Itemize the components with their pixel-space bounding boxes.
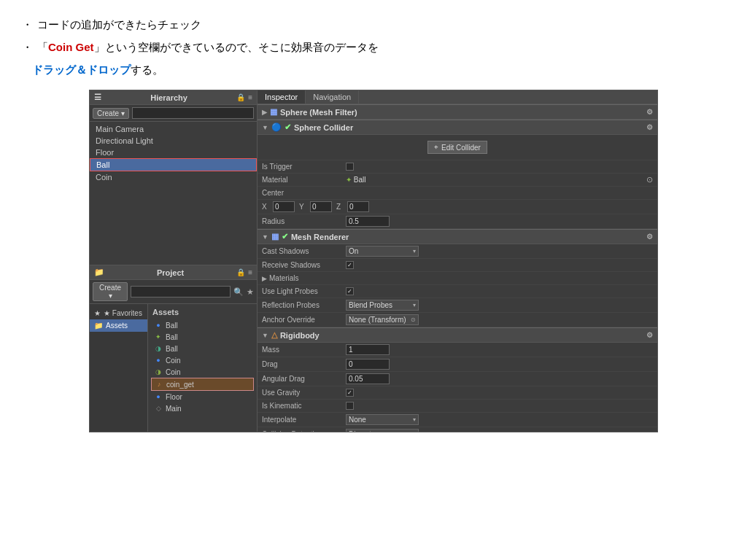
- mass-input[interactable]: [346, 344, 390, 355]
- materials-row: ▶ Materials: [258, 272, 657, 285]
- project-assets-list: Assets ● Ball ✦ Ball ◑ Ball: [148, 304, 257, 432]
- project-content: ★ ★ Favorites 📁 Assets Assets ● Ball: [90, 304, 257, 432]
- asset-floor[interactable]: ● Floor: [151, 391, 254, 402]
- tab-navigation[interactable]: Navigation: [306, 90, 359, 104]
- asset-coin-mesh[interactable]: ● Coin: [151, 354, 254, 366]
- asset-ball-mesh-label: Ball: [166, 322, 178, 330]
- mesh-renderer-icon: ▦: [271, 232, 279, 241]
- interpolate-value: None: [349, 416, 366, 424]
- coin-get-audio-icon: ♪: [155, 380, 163, 389]
- hierarchy-search-input[interactable]: [132, 107, 254, 119]
- tab-inspector[interactable]: Inspector: [258, 90, 306, 104]
- material-circle-icon: ⊙: [646, 175, 653, 184]
- angular-drag-row: Angular Drag: [258, 372, 657, 386]
- is-kinematic-checkbox[interactable]: [346, 402, 354, 410]
- project-favorites-item[interactable]: ★ ★ Favorites: [90, 307, 147, 319]
- cast-shadows-arrow-icon: ▾: [413, 248, 416, 254]
- anchor-override-dropdown[interactable]: None (Transform) ⊙: [346, 314, 419, 325]
- hierarchy-item-main-camera[interactable]: Main Camera: [90, 123, 257, 135]
- sphere-collider-header[interactable]: ▼ 🔵 ✔ Sphere Collider ⚙: [258, 120, 657, 135]
- interpolate-dropdown[interactable]: None ▾: [346, 414, 419, 425]
- is-trigger-checkbox[interactable]: [346, 163, 354, 171]
- rigidbody-icon: △: [271, 330, 277, 340]
- interpolate-row: Interpolate None ▾: [258, 413, 657, 427]
- ball-material-icon: ◑: [154, 344, 163, 353]
- main-icon: ◇: [154, 404, 163, 413]
- angular-drag-input[interactable]: [346, 373, 390, 384]
- hierarchy-item-directional-light[interactable]: Directional Light: [90, 135, 257, 147]
- ball-mesh-icon: ●: [154, 321, 163, 330]
- reflection-probes-dropdown[interactable]: Blend Probes ▾: [346, 300, 419, 311]
- collision-detection-value: Discrete: [349, 430, 376, 432]
- collision-detection-row: Collision Detection Discrete ▾: [258, 427, 657, 432]
- radius-input[interactable]: [346, 216, 390, 227]
- use-light-probes-checkbox[interactable]: [346, 287, 354, 295]
- cast-shadows-dropdown[interactable]: On ▾: [346, 246, 419, 257]
- hierarchy-item-coin[interactable]: Coin: [90, 171, 257, 183]
- hierarchy-header: ☰ Hierarchy 🔒 ≡: [90, 90, 257, 105]
- asset-ball-script[interactable]: ✦ Ball: [151, 331, 254, 343]
- angular-drag-label: Angular Drag: [262, 375, 346, 383]
- collision-detection-arrow-icon: ▾: [413, 431, 416, 432]
- reflection-probes-value: Blend Probes: [349, 301, 392, 309]
- inspector-body: ▶ ▦ Sphere (Mesh Filter) ⚙ ▼ 🔵 ✔ Sphere …: [258, 104, 657, 432]
- receive-shadows-checkbox[interactable]: [346, 261, 354, 269]
- anchor-override-label: Anchor Override: [262, 316, 346, 324]
- asset-coin-script[interactable]: ◑ Coin: [151, 366, 254, 378]
- project-create-button[interactable]: Create ▾: [93, 282, 128, 301]
- sphere-mesh-filter-header[interactable]: ▶ ▦ Sphere (Mesh Filter) ⚙: [258, 104, 657, 120]
- mesh-filter-title: Sphere (Mesh Filter): [280, 108, 357, 117]
- mesh-renderer-title: Mesh Renderer: [291, 233, 349, 241]
- hierarchy-item-ball[interactable]: Ball: [90, 158, 257, 171]
- asset-main-label: Main: [166, 405, 182, 413]
- project-search-icon: 🔍: [233, 287, 244, 297]
- anchor-override-row: Anchor Override None (Transform) ⊙: [258, 313, 657, 327]
- project-menu-icon: ≡: [248, 268, 252, 276]
- materials-label: Materials: [269, 274, 353, 282]
- highlight-drag-drop: ドラッグ＆ドロップ: [32, 63, 131, 76]
- project-search-input[interactable]: [131, 286, 231, 298]
- asset-main[interactable]: ◇ Main: [151, 402, 254, 414]
- left-panel: ☰ Hierarchy 🔒 ≡ Create ▾ Main Camera: [90, 90, 258, 432]
- reflection-probes-row: Reflection Probes Blend Probes ▾: [258, 298, 657, 313]
- project-assets-item[interactable]: 📁 Assets: [90, 319, 147, 332]
- hierarchy-item-floor[interactable]: Floor: [90, 147, 257, 158]
- edit-collider-cursor-icon: ⌖: [434, 143, 438, 152]
- is-trigger-row: Is Trigger: [258, 160, 657, 174]
- project-header-icons: 🔒 ≡: [236, 268, 252, 276]
- asset-floor-label: Floor: [166, 393, 182, 401]
- reflection-probes-arrow-icon: ▾: [413, 302, 416, 308]
- floor-icon: ●: [154, 392, 163, 401]
- rigidbody-header[interactable]: ▼ △ Rigidbody ⚙: [258, 327, 657, 343]
- rigidbody-settings-icon: ⚙: [646, 331, 653, 339]
- use-light-probes-row: Use Light Probes: [258, 285, 657, 298]
- project-toolbar: Create ▾ 🔍 ★: [90, 280, 257, 304]
- center-label-row: Center: [258, 187, 657, 200]
- center-label: Center: [262, 189, 346, 197]
- mesh-renderer-settings-icon: ⚙: [646, 233, 653, 241]
- center-x-input[interactable]: [273, 201, 295, 212]
- material-icon: ✦: [346, 176, 352, 184]
- center-z-input[interactable]: [347, 201, 369, 212]
- asset-coin-get-audio[interactable]: ♪ coin_get: [151, 378, 254, 391]
- project-lock-icon: 🔒: [236, 268, 245, 276]
- center-y-input[interactable]: [310, 201, 332, 212]
- anchor-override-arrow-icon: ⊙: [411, 316, 416, 323]
- coin-script-icon: ◑: [154, 368, 163, 376]
- asset-ball-material[interactable]: ◑ Ball: [151, 343, 254, 354]
- rigidbody-expand-icon: ▼: [262, 332, 268, 339]
- mesh-renderer-header[interactable]: ▼ ▦ ✔ Mesh Renderer ⚙: [258, 229, 657, 244]
- favorites-label: ★ Favorites: [104, 309, 142, 317]
- receive-shadows-label: Receive Shadows: [262, 261, 346, 269]
- drag-input[interactable]: [346, 359, 390, 370]
- drag-label: Drag: [262, 360, 346, 368]
- collision-detection-dropdown[interactable]: Discrete ▾: [346, 429, 419, 432]
- material-value: ✦ Ball: [346, 176, 646, 184]
- hierarchy-create-button[interactable]: Create ▾: [93, 108, 129, 119]
- mesh-filter-expand-icon: ▶: [262, 109, 267, 116]
- hierarchy-toolbar: Create ▾: [90, 105, 257, 122]
- edit-collider-button[interactable]: ⌖ Edit Collider: [427, 141, 487, 154]
- asset-ball-mesh[interactable]: ● Ball: [151, 319, 254, 331]
- use-gravity-checkbox[interactable]: [346, 389, 354, 397]
- mesh-renderer-expand-icon: ▼: [262, 233, 268, 241]
